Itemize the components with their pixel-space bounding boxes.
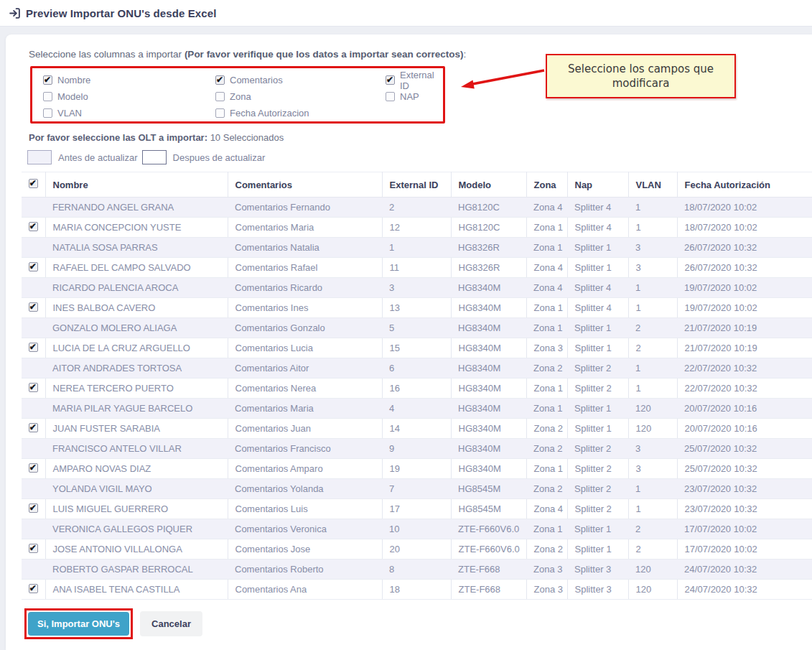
row-checkbox[interactable] xyxy=(29,503,38,513)
row-checkbox-cell xyxy=(22,218,45,238)
checkbox-icon[interactable] xyxy=(215,108,225,118)
cell-nap: Splitter 2 xyxy=(567,379,628,399)
row-checkbox-cell xyxy=(22,298,45,318)
cell-fecha-autorizacion: 19/07/2020 10:02 xyxy=(677,298,812,318)
cell-fecha-autorizacion: 25/07/2020 10:32 xyxy=(677,459,812,479)
row-checkbox[interactable] xyxy=(29,262,38,271)
row-checkbox[interactable] xyxy=(29,383,38,392)
column-checkbox-comentarios[interactable]: Comentarios xyxy=(215,72,386,88)
cell-comentarios: Comentarios Maria xyxy=(228,218,382,238)
cell-external-id: 7 xyxy=(382,479,451,499)
table-body: FERNANDO ANGEL GRANAComentarios Fernando… xyxy=(22,198,812,600)
instruction-tail: : xyxy=(463,49,466,60)
checkbox-icon[interactable] xyxy=(386,92,395,101)
cell-external-id: 4 xyxy=(382,399,451,419)
row-color-legend: Antes de actualizar Despues de actualiza… xyxy=(27,150,812,164)
cell-vlan: 120 xyxy=(628,560,677,580)
cell-comentarios: Comentarios Rafael xyxy=(228,258,382,278)
checkbox-icon[interactable] xyxy=(43,75,52,85)
cell-comentarios: Comentarios Nerea xyxy=(228,379,382,399)
cell-comentarios: Comentarios Gonzalo xyxy=(228,318,382,338)
cancel-button[interactable]: Cancelar xyxy=(140,611,202,636)
row-checkbox-cell xyxy=(22,338,45,358)
cell-nap: Splitter 4 xyxy=(567,298,628,318)
cell-fecha-autorizacion: 18/07/2020 10:02 xyxy=(677,198,812,218)
select-all-header-cell xyxy=(22,172,45,198)
confirm-highlight-box: Si, Importar ONU's xyxy=(24,608,133,639)
column-header-vlan: VLAN xyxy=(628,172,677,198)
checkbox-icon[interactable] xyxy=(215,92,225,101)
cell-nombre: FRANCISCO ANTELO VILLAR xyxy=(45,439,228,459)
select-all-checkbox[interactable] xyxy=(29,179,38,188)
cell-vlan: 1 xyxy=(628,379,677,399)
cell-zona: Zona 2 xyxy=(526,419,567,439)
checkbox-label: Zona xyxy=(230,91,251,102)
checkbox-icon[interactable] xyxy=(215,75,225,85)
table-row: NEREA TERCERO PUERTOComentarios Nerea16H… xyxy=(22,379,812,399)
cell-vlan: 3 xyxy=(628,238,677,258)
cell-comentarios: Comentarios Fernando xyxy=(228,198,382,218)
column-header-comentarios: Comentarios xyxy=(228,172,382,198)
page-title-wrap: Preview Importar ONU's desde Excel xyxy=(9,7,216,19)
row-checkbox[interactable] xyxy=(29,584,38,593)
row-checkbox-cell xyxy=(22,519,45,539)
column-checkbox-modelo[interactable]: Modelo xyxy=(43,88,215,105)
cell-comentarios: Comentarios Luis xyxy=(228,499,382,519)
cell-external-id: 15 xyxy=(382,338,451,358)
column-checkbox-nombre[interactable]: Nombre xyxy=(43,72,215,88)
row-checkbox[interactable] xyxy=(29,544,38,553)
cell-fecha-autorizacion: 23/07/2020 10:32 xyxy=(677,479,812,499)
row-checkbox[interactable] xyxy=(29,463,38,473)
cell-modelo: HG8340M xyxy=(451,298,526,318)
column-checkbox-external-id[interactable]: External ID xyxy=(386,72,443,88)
row-checkbox[interactable] xyxy=(29,302,38,312)
cell-nombre: AITOR ANDRADES TORTOSA xyxy=(45,358,228,379)
cell-modelo: HG8326R xyxy=(451,238,526,258)
cell-zona: Zona 2 xyxy=(526,358,567,379)
cell-nombre: GONZALO MOLERO ALIAGA xyxy=(45,318,228,338)
checkbox-icon[interactable] xyxy=(43,108,52,118)
column-checkbox-highlight-box: NombreModeloVLANComentariosZonaFecha Aut… xyxy=(30,66,445,124)
table-row: INES BALBOA CAVEROComentarios Ines13HG83… xyxy=(22,298,812,318)
cell-zona: Zona 1 xyxy=(526,318,567,338)
checkbox-icon[interactable] xyxy=(386,75,395,85)
cell-comentarios: Comentarios Roberto xyxy=(228,560,382,580)
cell-nombre: LUCIA DE LA CRUZ ARGUELLO xyxy=(45,338,228,358)
cell-zona: Zona 4 xyxy=(526,278,567,298)
cell-external-id: 16 xyxy=(382,379,451,399)
cell-modelo: HG8340M xyxy=(451,318,526,338)
row-checkbox[interactable] xyxy=(29,222,38,231)
cell-vlan: 2 xyxy=(628,539,677,560)
cell-zona: Zona 1 xyxy=(526,218,567,238)
checkbox-icon[interactable] xyxy=(43,92,52,101)
confirm-import-button[interactable]: Si, Importar ONU's xyxy=(28,612,129,636)
table-row: FRANCISCO ANTELO VILLARComentarios Franc… xyxy=(22,439,812,459)
legend-after-swatch xyxy=(142,150,167,164)
cell-external-id: 1 xyxy=(382,238,451,258)
cell-nap: Splitter 1 xyxy=(567,419,628,439)
table-row: GONZALO MOLERO ALIAGAComentarios Gonzalo… xyxy=(22,318,812,338)
cell-vlan: 2 xyxy=(628,519,677,539)
cell-external-id: 6 xyxy=(382,358,451,379)
legend-before-swatch xyxy=(27,150,52,164)
cell-external-id: 8 xyxy=(382,560,451,580)
column-checkbox-vlan[interactable]: VLAN xyxy=(43,105,215,121)
cell-vlan: 3 xyxy=(628,258,677,278)
cell-modelo: ZTE-F668 xyxy=(451,580,526,600)
table-row: MARIA CONCEPCION YUSTEComentarios Maria1… xyxy=(22,218,812,238)
row-checkbox[interactable] xyxy=(29,423,38,432)
row-checkbox-cell xyxy=(22,318,45,338)
cell-vlan: 3 xyxy=(628,439,677,459)
column-checkbox-fecha-autorizacion[interactable]: Fecha Autorizacion xyxy=(215,105,386,121)
column-header-external-id: External ID xyxy=(382,172,451,198)
cell-vlan: 2 xyxy=(628,338,677,358)
column-checkbox-nap[interactable]: NAP xyxy=(386,88,443,105)
cell-zona: Zona 4 xyxy=(526,198,567,218)
topbar: Preview Importar ONU's desde Excel xyxy=(0,0,812,27)
row-checkbox[interactable] xyxy=(29,343,38,352)
cell-modelo: HG8340M xyxy=(451,379,526,399)
column-checkbox-zona[interactable]: Zona xyxy=(215,88,386,105)
cell-comentarios: Comentarios Natalia xyxy=(228,238,382,258)
table-row: RAFAEL DEL CAMPO SALVADOComentarios Rafa… xyxy=(22,258,812,278)
cell-zona: Zona 1 xyxy=(526,519,567,539)
